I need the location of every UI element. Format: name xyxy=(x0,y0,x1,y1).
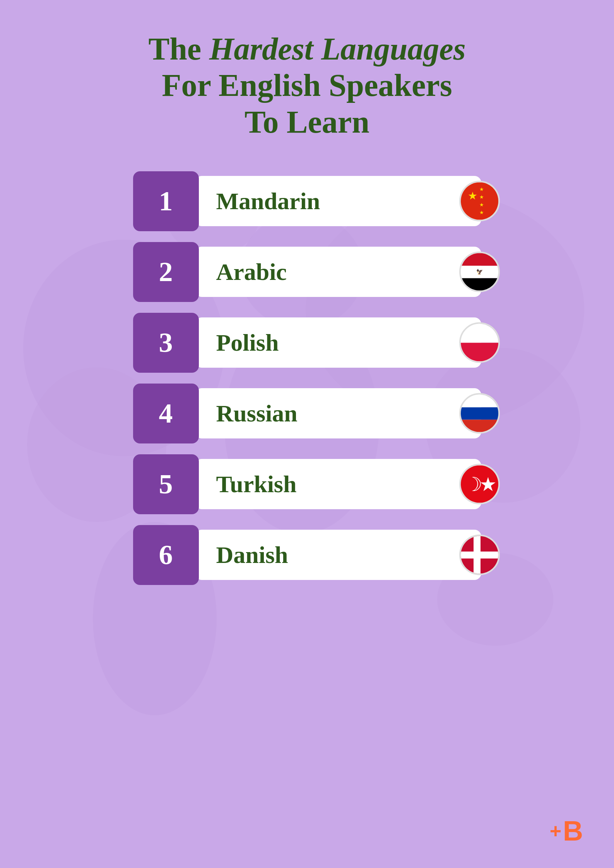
title-text-3: To Learn xyxy=(245,104,369,140)
language-name-turkish: Turkish xyxy=(216,471,297,498)
language-card-mandarin: Mandarin xyxy=(195,176,481,226)
logo-plus-icon: + xyxy=(550,819,561,842)
title-text-1: The Hardest Languages xyxy=(148,31,465,67)
russia-stripe-blue xyxy=(461,407,498,420)
poland-top xyxy=(461,324,498,343)
flag-turkey: ☽★ xyxy=(459,464,500,505)
language-card-arabic: Arabic xyxy=(195,247,481,297)
rank-badge-2: 2 xyxy=(133,242,199,302)
language-card-danish: Danish xyxy=(195,530,481,580)
turkey-crescent-icon: ☽★ xyxy=(465,473,494,495)
language-name-arabic: Arabic xyxy=(216,258,287,286)
brainscape-logo: + B xyxy=(550,817,583,845)
logo-b-icon: B xyxy=(563,817,583,845)
rank-badge-1: 1 xyxy=(133,171,199,231)
flag-egypt: 🦅 xyxy=(459,252,500,292)
language-list: 1 Mandarin ★ ★ ★ ★ ★ 2 xyxy=(133,171,481,585)
language-name-danish: Danish xyxy=(216,541,288,569)
language-name-russian: Russian xyxy=(216,400,298,427)
language-card-turkish: Turkish xyxy=(195,459,481,509)
egypt-eagle-icon: 🦅 xyxy=(476,269,483,275)
language-card-russian: Russian xyxy=(195,388,481,438)
list-item: 2 Arabic 🦅 xyxy=(133,242,481,302)
flag-poland xyxy=(459,322,500,363)
language-name-polish: Polish xyxy=(216,329,279,356)
language-card-polish: Polish xyxy=(195,317,481,368)
rank-badge-6: 6 xyxy=(133,525,199,585)
page-title: The Hardest Languages For English Speake… xyxy=(148,31,465,140)
rank-badge-4: 4 xyxy=(133,384,199,443)
list-item: 4 Russian xyxy=(133,384,481,443)
title-text-2: For English Speakers xyxy=(162,68,452,103)
flag-russia xyxy=(459,393,500,434)
denmark-cross-vertical xyxy=(474,536,481,574)
list-item: 3 Polish xyxy=(133,313,481,373)
list-item: 1 Mandarin ★ ★ ★ ★ ★ xyxy=(133,171,481,231)
egypt-stripe-white: 🦅 xyxy=(461,266,498,278)
list-item: 5 Turkish ☽★ xyxy=(133,454,481,514)
title-italic: Hardest Languages xyxy=(209,31,466,67)
china-stars-small: ★ ★ ★ ★ xyxy=(479,186,484,216)
flag-china: ★ ★ ★ ★ ★ xyxy=(459,181,500,222)
rank-badge-5: 5 xyxy=(133,454,199,514)
china-star-big: ★ xyxy=(468,189,477,202)
rank-badge-3: 3 xyxy=(133,313,199,373)
list-item: 6 Danish xyxy=(133,525,481,585)
flag-denmark xyxy=(459,535,500,575)
language-name-mandarin: Mandarin xyxy=(216,188,320,215)
